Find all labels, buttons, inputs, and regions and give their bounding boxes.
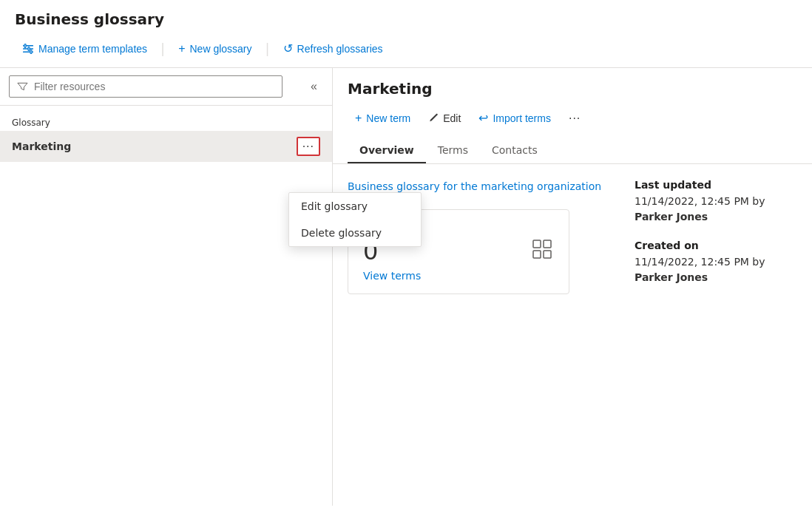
manage-templates-button[interactable]: Manage term templates: [15, 38, 155, 59]
sliders-icon: [22, 43, 34, 55]
filter-input[interactable]: [34, 81, 274, 92]
edit-label: Edit: [443, 112, 461, 124]
content-area: Marketing + New term Edit ↩ Import terms: [333, 68, 812, 506]
content-title: Marketing: [348, 80, 797, 98]
tab-terms[interactable]: Terms: [426, 138, 480, 163]
more-options-button[interactable]: ···: [561, 107, 588, 129]
view-terms-link[interactable]: View terms: [363, 270, 421, 282]
last-updated-label: Last updated: [635, 179, 797, 191]
pencil-icon: [428, 113, 439, 123]
toolbar-sep-2: |: [265, 41, 270, 56]
content-tabs: Overview Terms Contacts: [348, 138, 797, 163]
nav-item-marketing-label: Marketing: [12, 140, 71, 152]
right-section: Last updated 11/14/2022, 12:45 PM by Par…: [635, 179, 797, 300]
last-updated-section: Last updated 11/14/2022, 12:45 PM by Par…: [635, 179, 797, 225]
new-term-plus-icon: +: [355, 112, 362, 125]
toolbar: Manage term templates | + New glossary |…: [15, 37, 797, 60]
main-layout: « Glossary Marketing ··· Edit glossary D…: [0, 68, 812, 506]
svg-rect-8: [533, 251, 541, 258]
svg-rect-9: [544, 251, 551, 258]
new-glossary-label: New glossary: [190, 43, 252, 55]
created-on-section: Created on 11/14/2022, 12:45 PM by Parke…: [635, 240, 797, 285]
import-terms-button[interactable]: ↩ Import terms: [471, 106, 558, 129]
context-menu: Edit glossary Delete glossary: [288, 192, 422, 247]
filter-input-wrap: [9, 75, 282, 98]
page-title: Business glossary: [15, 10, 797, 28]
refresh-glossaries-button[interactable]: ↺ Refresh glossaries: [276, 37, 390, 60]
svg-rect-5: [30, 50, 32, 53]
new-glossary-button[interactable]: + New glossary: [171, 38, 259, 60]
filter-icon: [17, 81, 28, 92]
grid-icon: [530, 237, 554, 266]
refresh-glossaries-label: Refresh glossaries: [297, 43, 383, 55]
more-options-icon: ···: [569, 112, 581, 125]
content-header: Marketing + New term Edit ↩ Import terms: [333, 68, 812, 164]
nav-group-label: Glossary: [0, 115, 332, 131]
sidebar: « Glossary Marketing ···: [0, 68, 333, 506]
context-edit-glossary[interactable]: Edit glossary: [289, 193, 421, 220]
nav-item-marketing[interactable]: Marketing ···: [0, 131, 332, 162]
edit-button[interactable]: Edit: [421, 108, 468, 129]
marketing-more-button[interactable]: ···: [297, 137, 320, 156]
created-on-value: 11/14/2022, 12:45 PM by Parker Jones: [635, 254, 797, 285]
tab-contacts[interactable]: Contacts: [480, 138, 549, 163]
import-terms-label: Import terms: [493, 112, 551, 124]
plus-icon: +: [178, 42, 185, 55]
toolbar-sep-1: |: [160, 41, 165, 56]
import-icon: ↩: [478, 111, 488, 125]
sidebar-nav: Glossary Marketing ···: [0, 106, 332, 171]
refresh-icon: ↺: [283, 41, 293, 55]
tab-overview[interactable]: Overview: [348, 138, 426, 163]
collapse-sidebar-button[interactable]: «: [305, 77, 323, 96]
new-term-button[interactable]: + New term: [348, 107, 418, 129]
manage-templates-label: Manage term templates: [38, 43, 147, 55]
collapse-icon: «: [311, 80, 317, 92]
top-bar: Business glossary Manage term templates …: [0, 0, 812, 68]
created-on-datetime: 11/14/2022, 12:45 PM by: [635, 256, 765, 268]
filter-bar: «: [0, 68, 332, 106]
last-updated-value: 11/14/2022, 12:45 PM by Parker Jones: [635, 194, 797, 225]
created-on-author: Parker Jones: [635, 271, 708, 283]
svg-rect-6: [533, 240, 541, 248]
last-updated-datetime: 11/14/2022, 12:45 PM by: [635, 195, 765, 207]
more-dots-icon: ···: [302, 140, 314, 153]
new-term-label: New term: [366, 112, 410, 124]
svg-rect-4: [28, 47, 30, 50]
svg-rect-7: [544, 240, 551, 248]
last-updated-author: Parker Jones: [635, 211, 708, 223]
context-delete-glossary[interactable]: Delete glossary: [289, 220, 421, 246]
svg-rect-3: [24, 44, 26, 47]
content-toolbar: + New term Edit ↩ Import terms ···: [348, 106, 797, 135]
created-on-label: Created on: [635, 240, 797, 251]
